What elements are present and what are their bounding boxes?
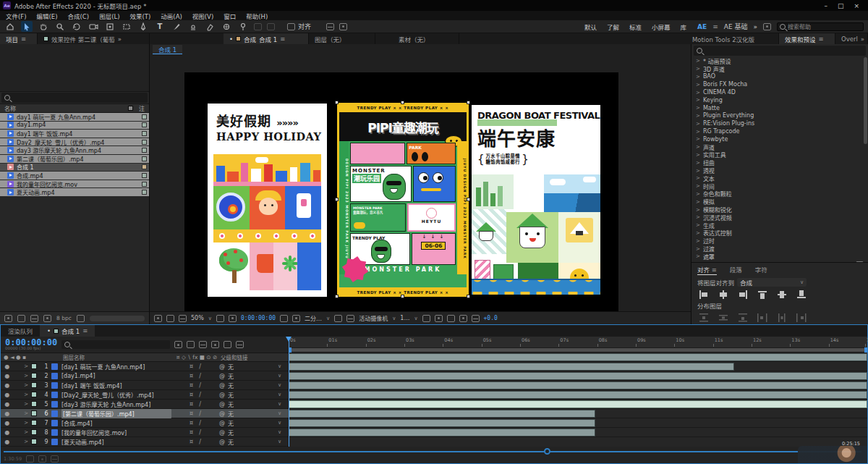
graph-editor-icon[interactable] (236, 341, 244, 348)
always-preview-icon[interactable] (154, 315, 162, 322)
pickwhip-icon[interactable]: @ (219, 373, 225, 379)
primary-viewer-icon[interactable] (166, 315, 174, 322)
rulers-icon[interactable] (216, 315, 224, 322)
project-scroll-pill[interactable] (90, 316, 145, 321)
menu-item[interactable]: 编辑(E) (37, 12, 58, 20)
layer-color-chip[interactable] (31, 363, 37, 369)
parent-select[interactable]: 无 (228, 419, 234, 427)
layer-name[interactable]: [day1.mp4] (61, 373, 171, 379)
layer-expander-icon[interactable]: > (14, 401, 31, 407)
effects-group[interactable]: > 过时 (692, 237, 868, 245)
expand-layer-switches-icon[interactable] (26, 455, 34, 463)
layer-row[interactable]: ● > 1 [day1 萌玩一夏 九鱼Ann.mp4] ¤/ @ 无 ∨ (1, 362, 289, 371)
project-item[interactable]: day1.mp4 (0, 122, 149, 130)
project-item-name[interactable]: day3 游乐摩天轮 九鱼Ann.mp4 (17, 146, 139, 154)
menu-item[interactable]: 图层(L) (99, 12, 119, 20)
project-item[interactable]: 第二课（葡萄乐园）.mp4 (0, 155, 149, 164)
layer-name[interactable]: [合成.mp4] (61, 419, 171, 427)
layer-name[interactable]: [day1 端午 饭饭.mp4] (61, 381, 171, 389)
layer-row[interactable]: ● > 8 [我的童年回忆阅览.mov] ¤/ @ 无 ∨ (1, 428, 289, 437)
parent-caret-icon[interactable]: ∨ (278, 392, 286, 397)
parent-select[interactable]: 无 (228, 381, 234, 389)
tab-effect-controls[interactable]: 效果控件 第二课（葡萄 » (38, 33, 150, 44)
effects-group[interactable]: > 时间 (692, 182, 868, 190)
project-item-name[interactable]: 夏天动画.mp4 (17, 188, 139, 196)
layer-switches[interactable]: ¤/ (171, 439, 219, 445)
draft-3d-icon[interactable] (187, 341, 195, 348)
effects-group[interactable]: > RG Trapcode (692, 127, 868, 135)
effects-group-name[interactable]: 3D 声道 (703, 65, 725, 73)
workspace-item[interactable]: 了解 (602, 22, 624, 31)
effects-group[interactable]: > Boris FX Mocha (692, 80, 868, 88)
layer-switches[interactable]: ¤/ (171, 429, 219, 436)
label-swatch[interactable] (142, 114, 147, 119)
expander-icon[interactable]: > (696, 121, 700, 127)
hide-shy-layers-icon[interactable] (199, 341, 207, 348)
current-timecode[interactable]: 0:00:00:00 (5, 339, 57, 346)
layer-name[interactable]: [Day2_摩天轮_雪儿（优秀）.mp4] (61, 391, 171, 399)
effects-group[interactable]: > * 动画预设 (692, 57, 868, 65)
layer-name[interactable]: [day1 萌玩一夏 九鱼Ann.mp4] (61, 363, 171, 371)
effects-group[interactable]: > 3D 声道 (692, 65, 868, 73)
label-swatch[interactable] (142, 173, 147, 178)
effects-group-name[interactable]: Matte (703, 105, 720, 111)
align-right-button[interactable] (738, 290, 748, 299)
effects-group[interactable]: > 生成 (692, 222, 868, 229)
expander-icon[interactable]: > (696, 82, 700, 88)
effects-group[interactable]: > Matte (692, 104, 868, 112)
poster-pipi-monster-park[interactable]: TRENDY PLAY × × TRENDY PLAY × × PIPI童趣潮玩… (337, 103, 469, 297)
layer-duration-bar[interactable] (289, 400, 867, 408)
orbit-tool-icon[interactable] (71, 21, 82, 32)
tab-timeline-comp[interactable]: • 合成 1 ≡ (40, 325, 95, 337)
layer-row[interactable]: ● > 7 [合成.mp4] ¤/ @ 无 ∨ (1, 418, 289, 428)
effects-group-name[interactable]: 过时 (703, 237, 715, 245)
workspace-menu-icon[interactable]: ≡ (712, 23, 718, 30)
eye-icon[interactable]: ● (1, 382, 14, 389)
effects-search[interactable] (694, 46, 866, 56)
tab-footage[interactable]: 素材（无） (393, 33, 459, 44)
effects-group[interactable]: > 模拟 (692, 198, 868, 206)
timeline-button-icon[interactable] (447, 315, 455, 322)
pan-behind-tool-icon[interactable] (104, 21, 116, 32)
effects-group[interactable]: > 扭曲 (692, 159, 868, 166)
label-swatch[interactable] (142, 182, 147, 187)
distribute-v-center-button[interactable] (718, 313, 728, 322)
camera-tool-icon[interactable] (88, 21, 99, 32)
distribute-h-center-button[interactable] (777, 313, 787, 322)
expander-icon[interactable]: > (696, 160, 700, 166)
effects-group-name[interactable]: Boris FX Mocha (703, 81, 747, 88)
expander-icon[interactable]: > (696, 74, 700, 80)
layer-color-chip[interactable] (31, 439, 37, 444)
project-item-name[interactable]: 合成 1 (17, 164, 139, 172)
expander-icon[interactable]: > (696, 230, 700, 236)
layer-name[interactable]: [day3 游乐摩天轮 九鱼Ann.mp4] (61, 400, 171, 408)
effects-group-name[interactable]: 扭曲 (703, 159, 715, 166)
layer-duration-bar[interactable] (289, 429, 595, 436)
pixel-aspect-icon[interactable] (422, 315, 430, 322)
channel-icon[interactable] (292, 315, 300, 322)
tab-layer[interactable]: 图层（无） (309, 33, 375, 44)
parent-caret-icon[interactable]: ∨ (278, 420, 286, 426)
label-swatch[interactable] (142, 148, 147, 153)
align-top-button[interactable] (757, 290, 767, 299)
expander-icon[interactable]: > (696, 246, 700, 252)
effects-group[interactable]: > 遮罩 (692, 253, 868, 261)
project-item[interactable]: 合成.mp4 (0, 172, 149, 180)
effects-group[interactable]: > Plugin Everything (692, 112, 868, 120)
effects-group[interactable]: > RE:Vision Plug-ins (692, 119, 868, 127)
effects-group-name[interactable]: CINEMA 4D (703, 89, 736, 96)
layer-name[interactable]: [第二课（葡萄乐园）.mp4] (61, 409, 171, 418)
layer-color-chip[interactable] (31, 373, 37, 379)
eraser-tool-icon[interactable] (204, 21, 216, 32)
expand-icon[interactable] (326, 23, 334, 30)
maximize-button[interactable]: □ (838, 2, 844, 9)
selection-handle[interactable] (467, 295, 470, 298)
project-item[interactable]: day1 端午 饭饭.mp4 (0, 130, 149, 138)
new-composition-icon[interactable] (30, 315, 38, 322)
layer-expander-icon[interactable]: > (14, 429, 31, 435)
project-item-name[interactable]: 我的童年回忆阅览.mov (17, 180, 139, 188)
type-tool-icon[interactable]: T (154, 21, 166, 32)
layer-switches[interactable]: ¤/ (171, 363, 219, 370)
eye-icon[interactable]: ● (1, 420, 14, 426)
parent-caret-icon[interactable]: ∨ (278, 410, 286, 416)
